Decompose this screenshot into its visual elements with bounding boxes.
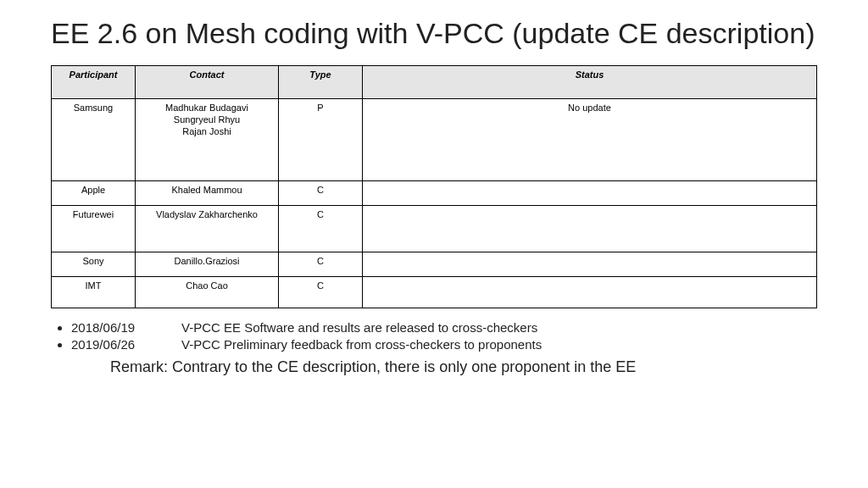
cell-type: P [279, 99, 363, 181]
page-title: EE 2.6 on Mesh coding with V-PCC (update… [51, 17, 817, 50]
timeline-list: 2018/06/19 V-PCC EE Software and results… [56, 320, 817, 352]
cell-contact: Khaled Mammou [136, 181, 279, 206]
bullet-date: 2019/06/26 [71, 337, 147, 352]
remark-text: Remark: Contrary to the CE description, … [110, 358, 817, 376]
cell-participant: Apple [52, 181, 136, 206]
table-row: Apple Khaled Mammou C [52, 181, 817, 206]
slide: EE 2.6 on Mesh coding with V-PCC (update… [0, 0, 868, 393]
header-contact: Contact [136, 66, 279, 99]
cell-status [363, 252, 817, 277]
table-row: Sony Danillo.Graziosi C [52, 252, 817, 277]
participant-table: Participant Contact Type Status Samsung … [51, 65, 817, 308]
table-row: Samsung Madhukar BudagaviSungryeul RhyuR… [52, 99, 817, 181]
cell-participant: IMT [52, 277, 136, 308]
table-row: Futurewei Vladyslav Zakharchenko C [52, 206, 817, 252]
bullet-text: V-PCC Preliminary feedback from cross-ch… [181, 337, 542, 352]
cell-status [363, 277, 817, 308]
cell-type: C [279, 181, 363, 206]
bullet-text: V-PCC EE Software and results are releas… [181, 320, 537, 335]
cell-participant: Sony [52, 252, 136, 277]
cell-type: C [279, 206, 363, 252]
list-item: 2019/06/26 V-PCC Preliminary feedback fr… [71, 337, 817, 352]
bullet-date: 2018/06/19 [71, 320, 147, 335]
table-row: IMT Chao Cao C [52, 277, 817, 308]
cell-type: C [279, 277, 363, 308]
cell-status [363, 206, 817, 252]
cell-contact: Vladyslav Zakharchenko [136, 206, 279, 252]
header-status: Status [363, 66, 817, 99]
cell-contact: Chao Cao [136, 277, 279, 308]
header-type: Type [279, 66, 363, 99]
cell-participant: Samsung [52, 99, 136, 181]
cell-contact: Madhukar BudagaviSungryeul RhyuRajan Jos… [136, 99, 279, 181]
header-participant: Participant [52, 66, 136, 99]
list-item: 2018/06/19 V-PCC EE Software and results… [71, 320, 817, 335]
cell-status: No update [363, 99, 817, 181]
cell-type: C [279, 252, 363, 277]
table-header-row: Participant Contact Type Status [52, 66, 817, 99]
cell-participant: Futurewei [52, 206, 136, 252]
cell-status [363, 181, 817, 206]
cell-contact: Danillo.Graziosi [136, 252, 279, 277]
